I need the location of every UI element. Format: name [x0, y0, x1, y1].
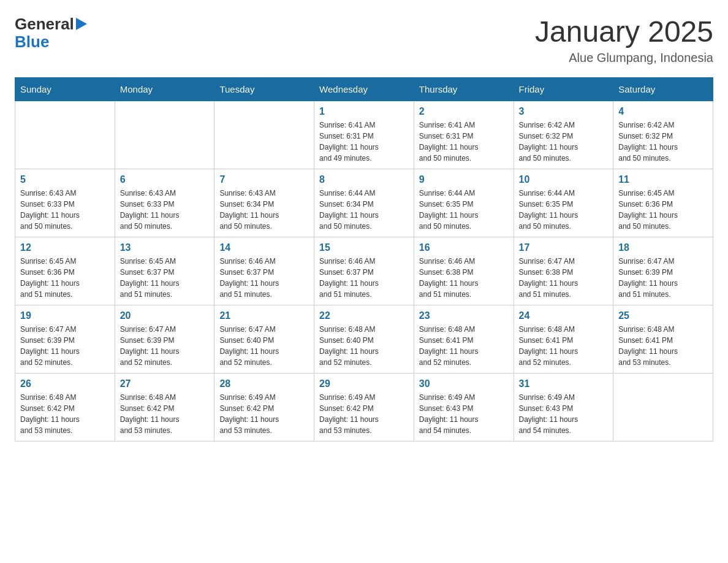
col-wednesday: Wednesday — [314, 78, 414, 101]
day-number: 12 — [20, 242, 110, 253]
day-info: Sunrise: 6:43 AM Sunset: 6:33 PM Dayligh… — [20, 188, 110, 232]
day-number: 9 — [419, 174, 509, 185]
day-info: Sunrise: 6:45 AM Sunset: 6:37 PM Dayligh… — [120, 256, 210, 300]
col-thursday: Thursday — [414, 78, 514, 101]
day-info: Sunrise: 6:49 AM Sunset: 6:43 PM Dayligh… — [519, 392, 609, 436]
col-friday: Friday — [514, 78, 613, 101]
day-number: 7 — [219, 174, 309, 185]
day-number: 2 — [419, 106, 509, 117]
table-row: 13Sunrise: 6:45 AM Sunset: 6:37 PM Dayli… — [115, 237, 214, 305]
table-row: 31Sunrise: 6:49 AM Sunset: 6:43 PM Dayli… — [514, 373, 613, 442]
day-number: 19 — [20, 310, 110, 321]
table-row: 4Sunrise: 6:42 AM Sunset: 6:32 PM Daylig… — [613, 101, 713, 169]
table-row: 10Sunrise: 6:44 AM Sunset: 6:35 PM Dayli… — [514, 169, 613, 237]
day-number: 18 — [618, 242, 708, 253]
col-sunday: Sunday — [15, 78, 115, 101]
table-row: 27Sunrise: 6:48 AM Sunset: 6:42 PM Dayli… — [115, 373, 214, 442]
col-monday: Monday — [115, 78, 214, 101]
table-row: 17Sunrise: 6:47 AM Sunset: 6:38 PM Dayli… — [514, 237, 613, 305]
day-info: Sunrise: 6:46 AM Sunset: 6:37 PM Dayligh… — [219, 256, 309, 300]
table-row — [613, 373, 713, 442]
day-info: Sunrise: 6:48 AM Sunset: 6:41 PM Dayligh… — [419, 324, 509, 368]
table-row: 24Sunrise: 6:48 AM Sunset: 6:41 PM Dayli… — [514, 305, 613, 373]
col-tuesday: Tuesday — [214, 78, 314, 101]
table-row: 26Sunrise: 6:48 AM Sunset: 6:42 PM Dayli… — [15, 373, 115, 442]
day-number: 5 — [20, 174, 110, 185]
day-number: 20 — [120, 310, 210, 321]
table-row: 21Sunrise: 6:47 AM Sunset: 6:40 PM Dayli… — [214, 305, 314, 373]
table-row: 30Sunrise: 6:49 AM Sunset: 6:43 PM Dayli… — [414, 373, 514, 442]
table-row — [115, 101, 214, 169]
day-number: 24 — [519, 310, 609, 321]
day-info: Sunrise: 6:44 AM Sunset: 6:34 PM Dayligh… — [319, 188, 409, 232]
svg-marker-0 — [76, 18, 87, 30]
day-info: Sunrise: 6:48 AM Sunset: 6:42 PM Dayligh… — [120, 392, 210, 436]
day-number: 6 — [120, 174, 210, 185]
day-number: 23 — [419, 310, 509, 321]
calendar-week-row: 1Sunrise: 6:41 AM Sunset: 6:31 PM Daylig… — [15, 101, 713, 169]
day-info: Sunrise: 6:42 AM Sunset: 6:32 PM Dayligh… — [618, 120, 708, 164]
day-info: Sunrise: 6:45 AM Sunset: 6:36 PM Dayligh… — [20, 256, 110, 300]
table-row: 7Sunrise: 6:43 AM Sunset: 6:34 PM Daylig… — [214, 169, 314, 237]
day-number: 4 — [618, 106, 708, 117]
table-row: 19Sunrise: 6:47 AM Sunset: 6:39 PM Dayli… — [15, 305, 115, 373]
table-row: 2Sunrise: 6:41 AM Sunset: 6:31 PM Daylig… — [414, 101, 514, 169]
logo-general-text: General — [15, 15, 74, 34]
calendar-week-row: 26Sunrise: 6:48 AM Sunset: 6:42 PM Dayli… — [15, 373, 713, 442]
day-number: 3 — [519, 106, 609, 117]
day-number: 28 — [219, 378, 309, 389]
table-row: 5Sunrise: 6:43 AM Sunset: 6:33 PM Daylig… — [15, 169, 115, 237]
day-info: Sunrise: 6:47 AM Sunset: 6:38 PM Dayligh… — [519, 256, 609, 300]
logo: General Blue — [15, 15, 87, 50]
table-row: 16Sunrise: 6:46 AM Sunset: 6:38 PM Dayli… — [414, 237, 514, 305]
table-row: 29Sunrise: 6:49 AM Sunset: 6:42 PM Dayli… — [314, 373, 414, 442]
logo-blue-text: Blue — [15, 34, 87, 50]
day-info: Sunrise: 6:41 AM Sunset: 6:31 PM Dayligh… — [319, 120, 409, 164]
day-number: 25 — [618, 310, 708, 321]
day-number: 27 — [120, 378, 210, 389]
day-info: Sunrise: 6:46 AM Sunset: 6:38 PM Dayligh… — [419, 256, 509, 300]
calendar-body: 1Sunrise: 6:41 AM Sunset: 6:31 PM Daylig… — [15, 101, 713, 442]
day-number: 1 — [319, 106, 409, 117]
col-saturday: Saturday — [613, 78, 713, 101]
day-info: Sunrise: 6:49 AM Sunset: 6:42 PM Dayligh… — [219, 392, 309, 436]
day-number: 21 — [219, 310, 309, 321]
day-number: 16 — [419, 242, 509, 253]
day-info: Sunrise: 6:44 AM Sunset: 6:35 PM Dayligh… — [419, 188, 509, 232]
logo-triangle-icon — [76, 18, 87, 30]
day-info: Sunrise: 6:47 AM Sunset: 6:39 PM Dayligh… — [120, 324, 210, 368]
day-info: Sunrise: 6:47 AM Sunset: 6:39 PM Dayligh… — [20, 324, 110, 368]
calendar-week-row: 12Sunrise: 6:45 AM Sunset: 6:36 PM Dayli… — [15, 237, 713, 305]
day-number: 13 — [120, 242, 210, 253]
day-number: 11 — [618, 174, 708, 185]
calendar-week-row: 19Sunrise: 6:47 AM Sunset: 6:39 PM Dayli… — [15, 305, 713, 373]
table-row: 14Sunrise: 6:46 AM Sunset: 6:37 PM Dayli… — [214, 237, 314, 305]
table-row: 12Sunrise: 6:45 AM Sunset: 6:36 PM Dayli… — [15, 237, 115, 305]
day-info: Sunrise: 6:44 AM Sunset: 6:35 PM Dayligh… — [519, 188, 609, 232]
day-number: 29 — [319, 378, 409, 389]
day-number: 14 — [219, 242, 309, 253]
table-row: 9Sunrise: 6:44 AM Sunset: 6:35 PM Daylig… — [414, 169, 514, 237]
table-row: 28Sunrise: 6:49 AM Sunset: 6:42 PM Dayli… — [214, 373, 314, 442]
title-section: January 2025 Alue Glumpang, Indonesia — [535, 15, 713, 65]
table-row: 15Sunrise: 6:46 AM Sunset: 6:37 PM Dayli… — [314, 237, 414, 305]
day-info: Sunrise: 6:42 AM Sunset: 6:32 PM Dayligh… — [519, 120, 609, 164]
day-info: Sunrise: 6:49 AM Sunset: 6:43 PM Dayligh… — [419, 392, 509, 436]
calendar-header-row: Sunday Monday Tuesday Wednesday Thursday… — [15, 78, 713, 101]
day-number: 8 — [319, 174, 409, 185]
calendar-title: January 2025 — [535, 15, 713, 48]
table-row — [15, 101, 115, 169]
day-info: Sunrise: 6:48 AM Sunset: 6:41 PM Dayligh… — [519, 324, 609, 368]
day-number: 26 — [20, 378, 110, 389]
table-row: 3Sunrise: 6:42 AM Sunset: 6:32 PM Daylig… — [514, 101, 613, 169]
day-info: Sunrise: 6:49 AM Sunset: 6:42 PM Dayligh… — [319, 392, 409, 436]
day-info: Sunrise: 6:45 AM Sunset: 6:36 PM Dayligh… — [618, 188, 708, 232]
day-info: Sunrise: 6:48 AM Sunset: 6:41 PM Dayligh… — [618, 324, 708, 368]
day-info: Sunrise: 6:48 AM Sunset: 6:42 PM Dayligh… — [20, 392, 110, 436]
table-row: 8Sunrise: 6:44 AM Sunset: 6:34 PM Daylig… — [314, 169, 414, 237]
day-info: Sunrise: 6:48 AM Sunset: 6:40 PM Dayligh… — [319, 324, 409, 368]
table-row: 20Sunrise: 6:47 AM Sunset: 6:39 PM Dayli… — [115, 305, 214, 373]
day-info: Sunrise: 6:47 AM Sunset: 6:40 PM Dayligh… — [219, 324, 309, 368]
day-number: 30 — [419, 378, 509, 389]
day-number: 22 — [319, 310, 409, 321]
